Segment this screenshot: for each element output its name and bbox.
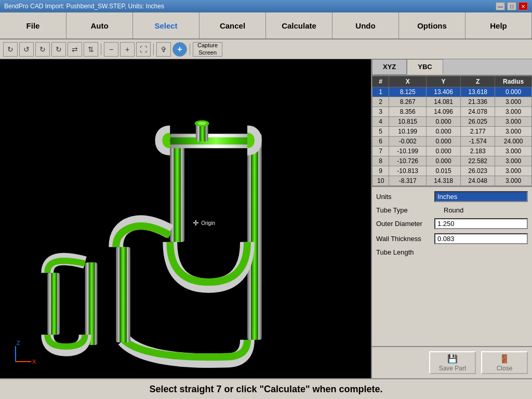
wall-thickness-row: Wall Thickness [376,233,528,244]
table-row[interactable]: 8-10.7260.00022.5823.000 [373,156,532,166]
cell-num: 1 [373,87,389,97]
maximize-button[interactable]: □ [507,2,516,10]
axes-indicator: Z X [10,336,42,368]
svg-rect-4 [174,139,181,242]
cell-x: -10.726 [389,156,427,166]
z-axis-label: Z [17,340,20,346]
wall-thickness-label: Wall Thickness [376,235,434,243]
svg-rect-10 [119,247,127,342]
cell-radius: 3.000 [495,176,532,186]
calculate-button[interactable]: Calculate [266,12,332,38]
cell-radius: 3.000 [495,117,532,127]
cell-y: 14.081 [427,97,461,107]
cell-x: -0.002 [389,137,427,147]
rotate-up-icon[interactable]: ↻ [35,42,50,57]
cell-y: 0.000 [427,127,461,137]
tube-type-label: Tube Type [376,206,444,214]
table-row[interactable]: 410.8150.00026.0253.000 [373,117,532,127]
cell-y: 0.015 [427,166,461,176]
help-button[interactable]: Help [466,12,532,38]
close-window-button[interactable]: ✕ [518,2,528,10]
flip-vertical-icon[interactable]: ⇅ [84,42,98,57]
cell-z: 2.183 [461,147,495,156]
cell-z: -1.574 [461,137,495,147]
minimize-button[interactable]: — [496,2,505,10]
table-row[interactable]: 9-10.8130.01526.0233.000 [373,166,532,176]
tube-type-value: Round [444,206,528,214]
cancel-button[interactable]: Cancel [200,12,266,38]
toolbar-divider [101,44,101,55]
data-table: # X Y Z Radius 18.12513.40613.6180.00028… [372,76,532,186]
tab-xyz[interactable]: XYZ [372,59,407,75]
undo-button[interactable]: Undo [332,12,399,38]
cell-radius: 0.000 [495,87,532,97]
table-row[interactable]: 7-10.1990.0002.1833.000 [373,147,532,156]
table-row[interactable]: 6-0.0020.000-1.57424.000 [373,137,532,147]
cell-num: 5 [373,127,389,137]
cell-num: 10 [373,176,389,186]
svg-point-18 [198,122,206,125]
zoom-fit-icon[interactable]: ⛶ [136,42,151,57]
units-input[interactable] [434,191,528,202]
flip-icon[interactable]: ⇄ [68,42,82,57]
save-part-label: Save Part [439,365,467,372]
close-button[interactable]: 🚪 Close [481,351,528,374]
tab-ybc[interactable]: YBC [407,59,443,75]
save-part-button[interactable]: 💾 Save Part [429,351,476,374]
select-button[interactable]: Select [133,12,200,38]
cell-x: 8.125 [389,87,427,97]
table-row[interactable]: 18.12513.40613.6180.000 [373,87,532,97]
outer-diameter-input[interactable] [434,218,528,229]
table-row[interactable]: 38.35614.09624.0783.000 [373,107,532,117]
close-label: Close [497,365,513,372]
svg-rect-14 [51,273,57,335]
rotate-left-icon[interactable]: ↺ [19,42,34,57]
cell-y: 13.406 [427,87,461,97]
table-body: 18.12513.40613.6180.00028.26714.08121.33… [373,87,532,186]
cell-z: 26.025 [461,117,495,127]
cell-num: 6 [373,137,389,147]
viewport[interactable]: Z X ✛ Origin [0,59,371,378]
add-point-icon[interactable]: + [172,42,187,57]
col-header-y: Y [427,76,461,87]
cell-num: 7 [373,147,389,156]
svg-rect-12 [89,262,95,345]
svg-rect-8 [251,278,258,340]
col-header-radius: Radius [495,76,532,87]
zoom-in-icon[interactable]: + [120,42,135,57]
cell-radius: 3.000 [495,97,532,107]
file-button[interactable]: File [0,12,66,38]
col-header-num: # [373,76,389,87]
right-panel: XYZ YBC # X Y Z Radius 18.12513.40613.61… [371,59,532,378]
table-row[interactable]: 510.1990.0002.1773.000 [373,127,532,137]
capture-screen-button[interactable]: CaptureScreen [193,42,222,57]
cell-x: -10.813 [389,166,427,176]
pan-icon[interactable]: ✞ [156,42,171,57]
cell-num: 4 [373,117,389,127]
rotate-right-icon[interactable]: ↻ [51,42,66,57]
cell-z: 22.582 [461,156,495,166]
cell-radius: 3.000 [495,107,532,117]
wall-thickness-input[interactable] [434,233,528,244]
toolbar: File Auto Select Cancel Calculate Undo O… [0,12,532,39]
tube-length-label: Tube Length [376,248,444,256]
statusbar: Select straight 7 or click "Calculate" w… [0,378,532,399]
toolbar-divider2 [153,44,154,55]
cell-y: 0.000 [427,137,461,147]
units-label: Units [376,193,434,201]
cell-x: 8.356 [389,107,427,117]
cell-z: 24.048 [461,176,495,186]
cell-z: 13.618 [461,87,495,97]
refresh-icon[interactable]: ↻ [3,42,18,57]
cell-radius: 3.000 [495,147,532,156]
cell-x: -10.199 [389,147,427,156]
table-row[interactable]: 28.26714.08121.3363.000 [373,97,532,107]
zoom-out-icon[interactable]: − [104,42,118,57]
tube-type-row: Tube Type Round [376,206,528,214]
cell-x: 10.199 [389,127,427,137]
auto-button[interactable]: Auto [66,12,133,38]
options-button[interactable]: Options [399,12,466,38]
cell-y: 14.318 [427,176,461,186]
table-row[interactable]: 10-8.31714.31824.0483.000 [373,176,532,186]
window-title: BendPro CAD Import: Pushbend_SW.STEP, Un… [4,3,164,10]
